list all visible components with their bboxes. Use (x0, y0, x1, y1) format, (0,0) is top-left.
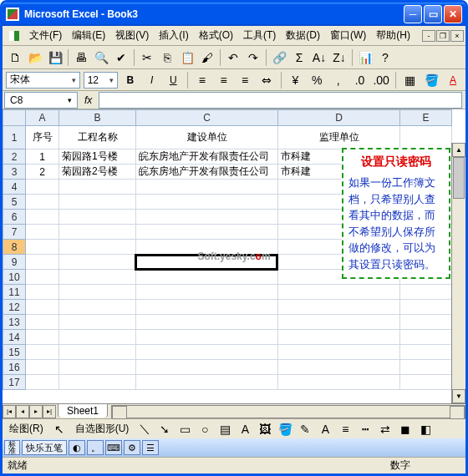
tab-next-icon[interactable]: ▸ (29, 405, 43, 418)
copy-icon[interactable]: ⎘ (158, 48, 176, 67)
redo-icon[interactable]: ↷ (244, 48, 262, 67)
vertical-scrollbar[interactable]: ▲ ▼ (451, 143, 465, 403)
scroll-thumb[interactable] (453, 157, 465, 199)
cell[interactable] (136, 330, 278, 345)
cell[interactable] (278, 330, 400, 345)
horizontal-scrollbar[interactable] (111, 405, 465, 418)
cell[interactable] (400, 345, 452, 360)
cell[interactable]: 序号 (26, 126, 59, 149)
cell[interactable] (26, 300, 59, 315)
cell[interactable]: 监理单位 (278, 126, 400, 149)
scroll-down-icon[interactable]: ▼ (452, 389, 465, 403)
row-header[interactable]: 17 (3, 375, 26, 390)
paste-icon[interactable]: 📋 (178, 48, 196, 67)
decrease-decimal-icon[interactable]: .00 (372, 71, 390, 89)
cell[interactable] (136, 210, 278, 225)
align-right-icon[interactable]: ≡ (236, 71, 254, 89)
cell[interactable] (278, 285, 400, 300)
3d-icon[interactable]: ◧ (416, 420, 435, 438)
cell[interactable] (278, 360, 400, 375)
new-icon[interactable]: 🗋 (6, 48, 24, 67)
row-header[interactable]: 12 (3, 300, 26, 315)
row-header[interactable]: 11 (3, 285, 26, 300)
menu-edit[interactable]: 编辑(E) (67, 27, 110, 44)
scroll-up-icon[interactable]: ▲ (452, 143, 465, 157)
row-header[interactable]: 5 (3, 195, 26, 210)
close-button[interactable]: ✕ (444, 5, 462, 23)
ime-fullwidth-icon[interactable]: ◐ (69, 440, 85, 455)
col-header-B[interactable]: B (59, 109, 136, 126)
fill-color-icon[interactable]: 🪣 (423, 71, 441, 89)
cell[interactable] (136, 360, 278, 375)
row-header[interactable]: 15 (3, 345, 26, 360)
cell[interactable] (400, 360, 452, 375)
percent-icon[interactable]: % (308, 71, 326, 89)
cell[interactable] (400, 375, 452, 390)
cell[interactable] (26, 180, 59, 195)
font-name-combo[interactable]: 宋体 (6, 72, 80, 89)
tab-last-icon[interactable]: ▸| (43, 405, 56, 418)
font-color-icon[interactable]: A (316, 420, 334, 438)
mdi-restore[interactable]: ❐ (436, 30, 450, 42)
row-header[interactable]: 3 (3, 165, 26, 180)
ime-settings-icon[interactable]: ⚙ (124, 440, 140, 455)
cell[interactable] (59, 180, 136, 195)
row-header[interactable]: 4 (3, 180, 26, 195)
font-size-combo[interactable]: 12 (84, 72, 118, 89)
cell[interactable] (26, 345, 59, 360)
titlebar[interactable]: Microsoft Excel - Book3 ─ ▭ ✕ (3, 3, 465, 26)
cell[interactable] (136, 180, 278, 195)
formula-input[interactable] (99, 92, 462, 109)
cell[interactable] (59, 300, 136, 315)
clipart-icon[interactable]: 🖼 (256, 420, 274, 438)
align-center-icon[interactable]: ≡ (215, 71, 233, 89)
increase-decimal-icon[interactable]: .0 (351, 71, 369, 89)
sort-desc-icon[interactable]: Z↓ (330, 48, 348, 67)
line-color-icon[interactable]: ✎ (296, 420, 314, 438)
cell[interactable] (59, 255, 136, 270)
col-header-D[interactable]: D (278, 109, 400, 126)
menu-view[interactable]: 视图(V) (110, 27, 154, 44)
row-header[interactable]: 8 (3, 240, 26, 255)
sort-asc-icon[interactable]: A↓ (310, 48, 328, 67)
cell[interactable] (26, 255, 59, 270)
draw-menu[interactable]: 绘图(R) (4, 420, 48, 438)
cell[interactable] (26, 375, 59, 390)
bold-icon[interactable]: B (121, 71, 140, 89)
format-painter-icon[interactable]: 🖌 (198, 48, 216, 67)
cell[interactable] (26, 315, 59, 330)
select-arrow-icon[interactable]: ↖ (50, 420, 69, 438)
mdi-minimize[interactable]: - (422, 30, 435, 42)
row-header[interactable]: 1 (3, 126, 26, 149)
cell[interactable] (59, 285, 136, 300)
fx-label[interactable]: fx (78, 94, 99, 106)
cell[interactable] (136, 315, 278, 330)
open-icon[interactable]: 📂 (26, 48, 44, 67)
col-header-A[interactable]: A (26, 109, 59, 126)
font-color-icon[interactable]: A (444, 71, 462, 89)
cell[interactable] (26, 195, 59, 210)
underline-icon[interactable]: U (164, 71, 182, 89)
ime-softkbd-icon[interactable]: ⌨ (105, 440, 122, 455)
cell[interactable] (26, 360, 59, 375)
col-header-E[interactable]: E (400, 109, 452, 126)
currency-icon[interactable]: ¥ (287, 71, 305, 89)
menu-help[interactable]: 帮助(H) (371, 27, 415, 44)
cell[interactable] (278, 345, 400, 360)
row-header[interactable]: 7 (3, 225, 26, 240)
cell[interactable] (26, 240, 59, 255)
cell[interactable] (136, 225, 278, 240)
cell[interactable] (400, 300, 452, 315)
cell[interactable] (136, 285, 278, 300)
ime-punct-icon[interactable]: 。 (87, 440, 104, 455)
cell[interactable] (26, 330, 59, 345)
cell[interactable] (278, 315, 400, 330)
cell[interactable] (278, 300, 400, 315)
row-header[interactable]: 2 (3, 149, 26, 165)
shadow-icon[interactable]: ◼ (396, 420, 415, 438)
cell[interactable] (59, 195, 136, 210)
print-icon[interactable]: 🖶 (72, 48, 90, 67)
fill-icon[interactable]: 🪣 (276, 420, 294, 438)
ime-option-icon[interactable]: ☰ (142, 440, 159, 455)
line-style-icon[interactable]: ≡ (336, 420, 354, 438)
